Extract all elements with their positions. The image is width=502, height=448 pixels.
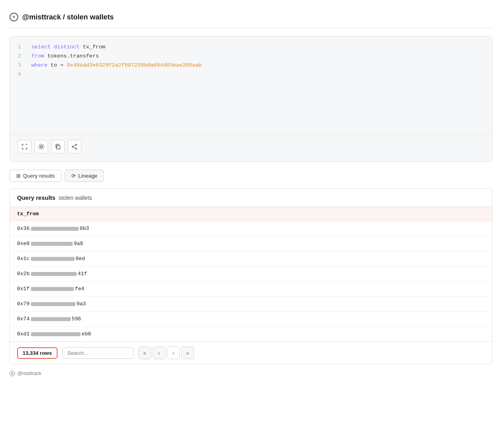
gear-icon: [38, 144, 44, 150]
addr-suffix: 0ed: [76, 256, 85, 262]
results-panel-header: Query results stolen wallets: [10, 189, 492, 207]
table-row: 0x1ffe4: [10, 281, 492, 297]
addr-redacted: [31, 317, 71, 321]
page-header: + @misttrack / stolen wallets: [10, 8, 492, 28]
tabs-row: ⊞ Query results ⟳ Lineage: [10, 170, 492, 182]
addr-prefix: 0x1f: [17, 286, 30, 292]
cell-tx-from: 0x1ffe4: [10, 281, 492, 297]
code-line-2: 2 from tokens.transfers: [18, 52, 484, 61]
addr-prefix: 0xd1: [17, 331, 30, 337]
svg-point-4: [72, 146, 73, 147]
addr-redacted: [31, 242, 73, 246]
editor-toolbar: [10, 135, 492, 155]
tab-lineage-label: Lineage: [78, 173, 97, 179]
cell-tx-from: 0x360b3: [10, 221, 492, 236]
addr-prefix: 0x79: [17, 301, 30, 307]
addr-suffix: fe4: [75, 286, 85, 292]
footer-label: @misttrack: [17, 371, 41, 376]
cell-tx-from: 0x2b41f: [10, 266, 492, 281]
table-row: 0x799a3: [10, 297, 492, 312]
addr-redacted: [31, 227, 79, 231]
copy-icon: [55, 144, 61, 150]
addr-suffix: eb0: [82, 331, 91, 337]
table-row: 0x360b3: [10, 221, 492, 236]
prev-page-button[interactable]: ‹: [153, 347, 165, 359]
addr-redacted: [31, 302, 75, 306]
page-footer: ⊕ @misttrack: [10, 371, 492, 376]
col-header-tx-from: tx_from: [10, 207, 492, 221]
where-col: to =: [51, 62, 67, 68]
svg-point-0: [40, 146, 42, 148]
code-line-4-content: [31, 70, 35, 79]
table-row: 0x2b41f: [10, 266, 492, 281]
code-line-2-content: from tokens.transfers: [31, 52, 99, 61]
table-row: 0xe09a8: [10, 236, 492, 251]
addr-suffix: 9a3: [77, 301, 86, 307]
table-name: tokens.transfers: [48, 53, 99, 59]
share-button[interactable]: [68, 140, 81, 153]
table-row: 0xd1eb0: [10, 327, 492, 342]
cell-tx-from: 0x74596: [10, 312, 492, 327]
line-num-1: 1: [18, 43, 23, 52]
lineage-icon: ⟳: [71, 173, 76, 179]
table-row: 0x1c0ed: [10, 251, 492, 266]
pagination: « ‹ › »: [138, 347, 194, 359]
share-icon: [71, 144, 78, 150]
line-num-3: 3: [18, 61, 23, 70]
first-page-button[interactable]: «: [138, 347, 151, 359]
addr-prefix: 0x2b: [17, 271, 30, 277]
editor-container: 1 select distinct tx_from 2 from tokens.…: [10, 36, 492, 162]
next-page-button[interactable]: ›: [167, 347, 180, 359]
svg-rect-1: [57, 146, 60, 149]
cell-tx-from: 0xe09a8: [10, 236, 492, 251]
results-panel: Query results stolen wallets tx_from 0x3…: [10, 188, 492, 364]
results-footer: 13,334 rows « ‹ › »: [10, 341, 492, 364]
cell-tx-from: 0x799a3: [10, 297, 492, 312]
code-line-3: 3 where to = 0x49add3e8329f2a2f507238b0a…: [18, 61, 484, 70]
footer-icon: ⊕: [10, 371, 15, 376]
addr-redacted: [31, 257, 75, 261]
tab-query-results-label: Query results: [23, 173, 55, 179]
code-line-4: 4: [18, 70, 484, 79]
code-line-3-content: where to = 0x49add3e8329f2a2f507238b0a68…: [31, 61, 202, 70]
table-header-row: tx_from: [10, 207, 492, 221]
cell-tx-from: 0xd1eb0: [10, 327, 492, 342]
tab-lineage[interactable]: ⟳ Lineage: [65, 170, 104, 182]
code-area[interactable]: 1 select distinct tx_from 2 from tokens.…: [10, 43, 492, 130]
settings-button[interactable]: [35, 140, 48, 153]
addr-redacted: [31, 332, 81, 336]
rows-count-badge: 13,334 rows: [17, 347, 58, 359]
addr-prefix: 0x74: [17, 316, 30, 322]
results-table: tx_from 0x360b30xe09a80x1c0ed0x2b41f0x1f…: [10, 207, 492, 341]
col-tx-from: tx_from: [83, 44, 106, 50]
expand-button[interactable]: [18, 140, 31, 153]
page-title: @misttrack / stolen wallets: [22, 13, 114, 21]
svg-point-3: [76, 148, 77, 149]
svg-point-2: [76, 144, 77, 146]
keyword-from: from: [31, 53, 48, 59]
table-row: 0x74596: [10, 312, 492, 327]
grid-icon: ⊞: [16, 173, 21, 179]
keyword-select: select distinct: [31, 44, 83, 50]
line-num-4: 4: [18, 70, 23, 79]
keyword-where: where: [31, 62, 51, 68]
code-line-1-content: select distinct tx_from: [31, 43, 105, 52]
addr-suffix: 0b3: [80, 226, 89, 232]
results-heading: Query results: [17, 194, 56, 201]
code-line-1: 1 select distinct tx_from: [18, 43, 484, 52]
cell-tx-from: 0x1c0ed: [10, 251, 492, 266]
addr-prefix: 0x36: [17, 226, 30, 232]
copy-button[interactable]: [51, 140, 65, 153]
addr-prefix: 0x1c: [17, 256, 30, 262]
header-icon: +: [10, 13, 18, 21]
addr-redacted: [31, 287, 74, 291]
expand-icon: [21, 144, 28, 150]
line-num-2: 2: [18, 52, 23, 61]
last-page-button[interactable]: »: [181, 347, 194, 359]
search-input[interactable]: [62, 347, 134, 359]
addr-redacted: [31, 272, 77, 276]
tab-query-results[interactable]: ⊞ Query results: [10, 170, 62, 182]
addr-suffix: 41f: [78, 271, 87, 277]
addr-prefix: 0xe0: [17, 241, 30, 247]
addr-suffix: 9a8: [74, 241, 83, 247]
